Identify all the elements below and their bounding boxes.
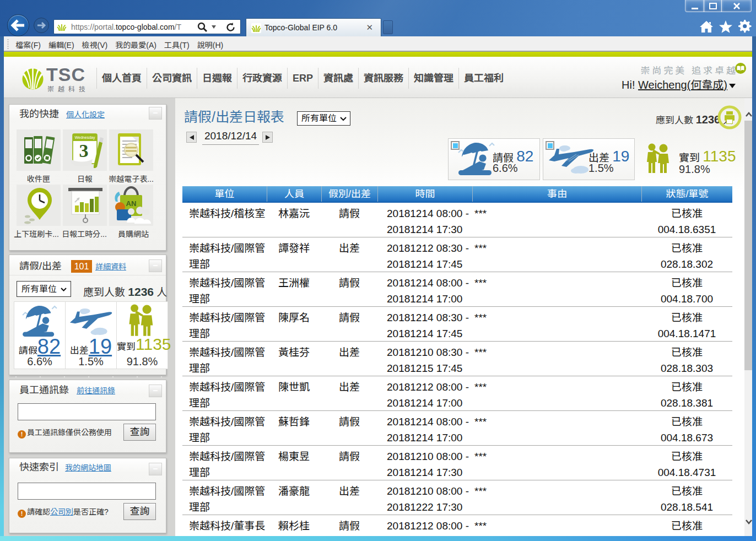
svg-text:AN: AN [126,199,137,208]
svg-text:Wednesday: Wednesday [75,136,95,140]
svg-text:3: 3 [79,140,89,161]
